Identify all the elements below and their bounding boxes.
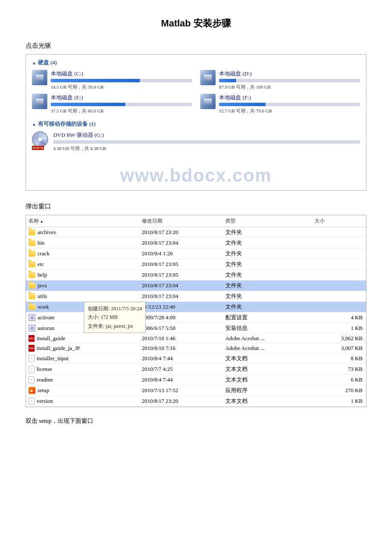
file-date-cell: 2010/8/17 23:05 xyxy=(139,259,223,270)
drive-e-progress-bg xyxy=(51,103,192,106)
drive-e-info: 本地磁盘 (E:) 37.5 GB 可用，共 80.0 GB xyxy=(51,94,192,114)
drive-f-info: 本地磁盘 (F:) 52.7 GB 可用，共 79.0 GB xyxy=(219,94,360,114)
txt-icon: ≡ xyxy=(29,366,35,373)
file-name-cell: work 创建日期: 2011/7/5 20:24 大小: 172 MB 文件夹… xyxy=(26,302,139,312)
file-date-cell: 2010/7/7 4:25 xyxy=(139,364,223,375)
page-title: Matlab 安装步骤 xyxy=(26,17,366,30)
file-size-cell: 4 KB xyxy=(312,312,366,323)
drive-f-progress-bg xyxy=(219,103,360,106)
drive-d-info: 本地磁盘 (D:) 87.9 GB 可用，共 100 GB xyxy=(219,70,360,90)
folder-icon xyxy=(29,261,35,267)
section1-label: 点击光驱 xyxy=(26,42,366,50)
cfg-icon xyxy=(29,325,35,332)
table-row[interactable]: java2010/8/17 23:04文件夹 xyxy=(26,280,366,291)
drive-d-progress-bg xyxy=(219,79,360,82)
table-row[interactable]: bin2010/8/17 23:04文件夹 xyxy=(26,238,366,249)
file-size-cell: 3,062 KB xyxy=(312,334,366,344)
file-type-cell: 文件夹 xyxy=(223,270,312,280)
drive-e[interactable]: 本地磁盘 (E:) 37.5 GB 可用，共 80.0 GB xyxy=(32,94,192,114)
file-date-cell: 2010/7/10 1:46 xyxy=(139,334,223,344)
hdd-icon-c xyxy=(32,70,47,85)
file-name: setup xyxy=(37,387,49,394)
hdd-icon-d xyxy=(200,70,216,85)
table-row[interactable]: ▶setup2010/7/13 17:52应用程序270 KB xyxy=(26,385,366,396)
file-name: bin xyxy=(37,240,45,246)
file-type-cell: 文件夹 xyxy=(223,302,312,312)
dvd-icon: DVD+R xyxy=(32,131,50,149)
file-name-cell: crack xyxy=(26,249,139,259)
file-name-cell: ▶setup xyxy=(26,385,139,396)
file-size-cell xyxy=(312,280,366,291)
drive-c-space: 14.5 GB 可用，共 39.0 GB xyxy=(51,84,104,90)
pdf-icon: PDF xyxy=(29,345,35,352)
col-type[interactable]: 类型 xyxy=(223,215,312,227)
drive-c-name: 本地磁盘 (C:) xyxy=(51,70,192,78)
file-date-cell: 2010/8/10 7:16 xyxy=(139,344,223,353)
drives-grid: 本地磁盘 (C:) 14.5 GB 可用，共 39.0 GB 本地磁盘 (D:)… xyxy=(32,70,360,114)
triangle-icon: ▲ xyxy=(32,61,36,65)
cfg-icon xyxy=(29,314,35,321)
file-name-cell: bin xyxy=(26,238,139,249)
drive-c-progress-bg xyxy=(51,79,192,82)
table-row[interactable]: ≡version2010/8/17 23:20文本文档1 KB xyxy=(26,396,366,407)
col-name[interactable]: 名称 xyxy=(26,215,139,227)
col-date[interactable]: 修改日期 xyxy=(139,215,223,227)
file-date-cell: 2010/7/13 17:52 xyxy=(139,385,223,396)
folder-icon xyxy=(29,283,35,289)
file-name: autorun xyxy=(37,325,55,332)
table-row[interactable]: help2010/8/17 23:05文件夹 xyxy=(26,270,366,280)
file-name: version xyxy=(37,398,53,405)
file-date-cell: 2010/8/17 23:20 xyxy=(139,227,223,238)
file-table: 名称 修改日期 类型 大小 archives2010/8/17 23:20文件夹… xyxy=(26,215,366,407)
table-row[interactable]: archives2010/8/17 23:20文件夹 xyxy=(26,227,366,238)
file-name-cell: PDFinstall_guide_ja_JP xyxy=(26,344,139,353)
table-row[interactable]: etc2010/8/17 23:05文件夹 xyxy=(26,259,366,270)
dvd-info: DVD RW 驱动器 (G:) 4.38 GB 可用，共 4.38 GB xyxy=(53,131,360,152)
dvd-drive-g[interactable]: DVD+R DVD RW 驱动器 (G:) 4.38 GB 可用，共 4.38 … xyxy=(32,131,360,152)
folder-icon xyxy=(29,304,35,310)
file-date-cell: 2010/8/4 7:44 xyxy=(139,353,223,364)
dvd-progress-bg xyxy=(53,140,360,144)
file-date-cell: 2010/8/4 7:44 xyxy=(139,375,223,385)
table-row[interactable]: ≡installer_input2010/8/4 7:44文本文档8 KB xyxy=(26,353,366,364)
file-size-cell xyxy=(312,259,366,270)
drive-c[interactable]: 本地磁盘 (C:) 14.5 GB 可用，共 39.0 GB xyxy=(32,70,192,90)
file-name: utils xyxy=(37,293,47,300)
drive-f-name: 本地磁盘 (F:) xyxy=(219,94,360,101)
table-row[interactable]: work 创建日期: 2011/7/5 20:24 大小: 172 MB 文件夹… xyxy=(26,302,366,312)
table-row[interactable]: PDFinstall_guide2010/7/10 1:46Adobe Acro… xyxy=(26,334,366,344)
file-name-cell: etc xyxy=(26,259,139,270)
dvd-name: DVD RW 驱动器 (G:) xyxy=(53,131,360,139)
file-name-cell: autorun xyxy=(26,323,139,334)
drive-f[interactable]: 本地磁盘 (F:) 52.7 GB 可用，共 79.0 GB xyxy=(200,94,360,114)
file-date-cell: 2009/7/28 4:00 xyxy=(139,312,223,323)
file-size-cell: 8 KB xyxy=(312,353,366,364)
table-row[interactable]: PDFinstall_guide_ja_JP2010/8/10 7:16Adob… xyxy=(26,344,366,353)
drive-d[interactable]: 本地磁盘 (D:) 87.9 GB 可用，共 100 GB xyxy=(200,70,360,90)
folder-icon xyxy=(29,251,35,257)
file-type-cell: 文件夹 xyxy=(223,280,312,291)
file-size-cell: 6 KB xyxy=(312,375,366,385)
drive-f-space: 52.7 GB 可用，共 79.0 GB xyxy=(219,108,272,113)
file-type-cell: 文本文档 xyxy=(223,364,312,375)
file-type-cell: 文本文档 xyxy=(223,396,312,407)
file-name-cell: activate xyxy=(26,312,139,323)
table-row[interactable]: crack2010/9/4 1:20文件夹 xyxy=(26,249,366,259)
file-type-cell: 文件夹 xyxy=(223,238,312,249)
file-date-cell: 2010/8/17 23:04 xyxy=(139,280,223,291)
table-row[interactable]: utils2010/8/17 23:04文件夹 xyxy=(26,291,366,302)
file-date-cell: 2010/8/17 23:05 xyxy=(139,270,223,280)
table-row[interactable]: activate2009/7/28 4:00配置设置4 KB xyxy=(26,312,366,323)
file-type-cell: 文件夹 xyxy=(223,259,312,270)
table-row[interactable]: autorun2006/6/17 5:50安装信息1 KB xyxy=(26,323,366,334)
file-window: 名称 修改日期 类型 大小 archives2010/8/17 23:20文件夹… xyxy=(26,215,366,407)
file-type-cell: 文件夹 xyxy=(223,291,312,302)
file-name: etc xyxy=(37,261,44,268)
drive-d-progress-fill xyxy=(219,79,236,82)
table-row[interactable]: ≡license2010/7/7 4:25文本文档73 KB xyxy=(26,364,366,375)
col-size[interactable]: 大小 xyxy=(312,215,366,227)
file-name-cell: PDFinstall_guide xyxy=(26,334,139,344)
drive-c-info: 本地磁盘 (C:) 14.5 GB 可用，共 39.0 GB xyxy=(51,70,192,90)
group-removable-title: ▲ 有可移动存储的设备 (1) xyxy=(32,120,360,128)
table-row[interactable]: ≡readme2010/8/4 7:44文本文档6 KB xyxy=(26,375,366,385)
